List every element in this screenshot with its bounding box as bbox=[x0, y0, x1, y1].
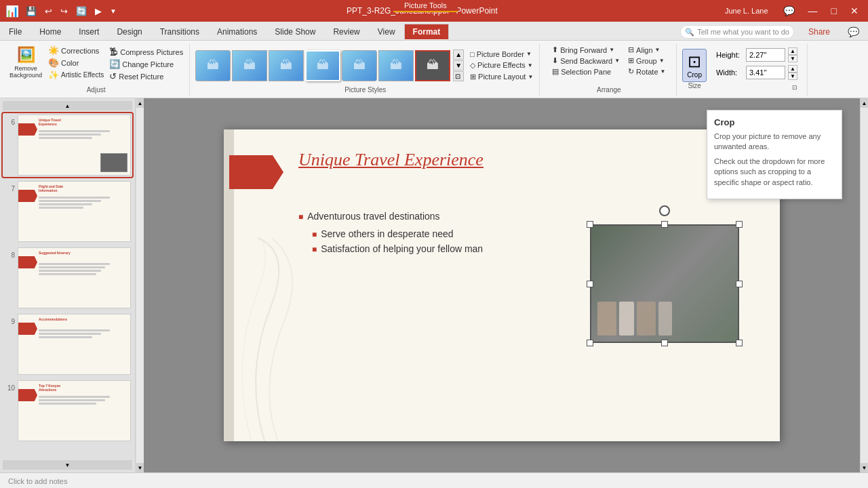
picture-effects-icon: ◇ bbox=[470, 61, 475, 70]
tab-view[interactable]: View bbox=[369, 24, 404, 40]
bring-forward-btn[interactable]: ⬆ Bring Forward ▼ bbox=[550, 45, 622, 55]
slide-8-arrow bbox=[18, 256, 37, 268]
reset-picture-btn[interactable]: ↺ Reset Picture bbox=[107, 70, 185, 82]
change-label: Change Picture bbox=[122, 60, 174, 68]
panel-scroll-down[interactable]: ▼ bbox=[3, 460, 132, 470]
style-thumb-5[interactable]: 🏔 bbox=[342, 50, 377, 81]
handle-tr[interactable] bbox=[736, 221, 743, 228]
slide-bullets: ■ Adventurous travel destinations ■ Serv… bbox=[298, 211, 483, 258]
slide-6-lines bbox=[39, 130, 127, 140]
slide-thumb-10[interactable]: 10 Top 7 KenyanAttractions bbox=[3, 379, 132, 443]
height-up[interactable]: ▲ bbox=[788, 47, 797, 55]
handle-tm[interactable] bbox=[661, 221, 668, 228]
adjust-group-label: Adjust bbox=[87, 86, 106, 95]
tab-review[interactable]: Review bbox=[324, 24, 368, 40]
style-thumb-1[interactable]: 🏔 bbox=[195, 50, 231, 81]
height-spinner[interactable]: ▲ ▼ bbox=[788, 47, 797, 62]
width-input[interactable] bbox=[746, 66, 785, 79]
slide-preview-8: Suggested Itinerary bbox=[18, 247, 131, 308]
selected-image-container[interactable] bbox=[590, 224, 739, 343]
corrections-btn[interactable]: ☀️ Corrections bbox=[46, 45, 106, 56]
present-btn[interactable]: ▶ bbox=[92, 5, 104, 18]
quick-access-toolbar: 💾 ↩ ↪ 🔄 ▶ ▼ bbox=[23, 5, 119, 18]
handle-mr[interactable] bbox=[736, 281, 743, 287]
send-backward-btn[interactable]: ⬇ Send Backward ▼ bbox=[550, 56, 622, 66]
align-btn[interactable]: ⊟ Align ▼ bbox=[626, 45, 667, 55]
rotate-handle[interactable] bbox=[659, 205, 670, 216]
tab-file[interactable]: File bbox=[0, 24, 31, 40]
tab-design[interactable]: Design bbox=[108, 24, 151, 40]
color-btn[interactable]: 🎨 Color bbox=[46, 57, 106, 68]
reload-btn[interactable]: 🔄 bbox=[73, 5, 90, 18]
style-thumb-2[interactable]: 🏔 bbox=[232, 50, 267, 81]
style-thumb-7-selected[interactable]: 🏔 bbox=[415, 50, 450, 81]
height-down[interactable]: ▼ bbox=[788, 55, 797, 62]
picture-effects-btn[interactable]: ◇ Picture Effects ▼ bbox=[468, 60, 535, 70]
handle-ml[interactable] bbox=[587, 281, 593, 287]
canvas-scroll-up[interactable]: ▲ bbox=[861, 98, 868, 108]
tab-format[interactable]: Format bbox=[404, 24, 450, 40]
compress-pictures-btn[interactable]: 🗜 Compress Pictures bbox=[107, 46, 185, 58]
width-spinner[interactable]: ▲ ▼ bbox=[788, 65, 797, 80]
width-down[interactable]: ▼ bbox=[788, 73, 797, 80]
width-label: Width: bbox=[716, 68, 743, 77]
panel-scroll-up[interactable]: ▲ bbox=[3, 101, 132, 110]
remove-bg-icon: 🖼️ bbox=[17, 46, 35, 64]
size-group-label: Size bbox=[688, 82, 701, 91]
slide-thumb-6[interactable]: 6 Unique TravelExperience bbox=[3, 113, 132, 177]
style-thumb-6[interactable]: 🏔 bbox=[378, 50, 414, 81]
height-input[interactable] bbox=[746, 48, 785, 62]
tab-animations[interactable]: Animations bbox=[208, 24, 266, 40]
slide-title[interactable]: Unique Travel Experience bbox=[298, 150, 484, 170]
crop-btn[interactable]: ⊡ Crop bbox=[682, 49, 707, 82]
style-thumb-3[interactable]: 🏔 bbox=[269, 50, 304, 81]
comments-btn[interactable]: 💬 bbox=[839, 24, 868, 40]
notes-bar[interactable]: Click to add notes bbox=[0, 472, 868, 488]
picture-layout-btn[interactable]: ⊞ Picture Layout ▼ bbox=[468, 72, 535, 82]
artistic-effects-btn[interactable]: ✨ Artistic Effects bbox=[46, 69, 106, 81]
slide-panel: ▲ 6 Unique TravelExperience 7 Flight and… bbox=[0, 98, 136, 472]
picture-border-btn[interactable]: □ Picture Border ▼ bbox=[468, 49, 535, 59]
change-picture-btn[interactable]: 🔄 Change Picture bbox=[107, 58, 185, 70]
handle-bl[interactable] bbox=[587, 340, 593, 346]
rotate-btn[interactable]: ↻ Rotate ▼ bbox=[626, 66, 667, 77]
selection-pane-btn[interactable]: ▤ Selection Pane bbox=[550, 66, 622, 77]
slide-thumb-9[interactable]: 9 Accommodations bbox=[3, 312, 132, 376]
minimize-btn[interactable]: — bbox=[804, 4, 822, 18]
tell-me-input[interactable]: 🔍 Tell me what you want to do bbox=[680, 25, 794, 39]
canvas-vscrollbar[interactable]: ▲ ▼ bbox=[860, 98, 868, 472]
slide-canvas[interactable]: Unique Travel Experience ■ Adventurous t… bbox=[224, 129, 780, 441]
reset-icon: ↺ bbox=[109, 71, 117, 81]
change-icon: 🔄 bbox=[109, 59, 120, 69]
slide-thumb-8[interactable]: 8 Suggested Itinerary bbox=[3, 246, 132, 310]
handle-br[interactable] bbox=[736, 340, 743, 346]
width-up[interactable]: ▲ bbox=[788, 65, 797, 73]
handle-bm[interactable] bbox=[661, 340, 668, 346]
more-btn[interactable]: ▼ bbox=[107, 6, 119, 16]
tab-slideshow[interactable]: Slide Show bbox=[266, 24, 324, 40]
undo-btn[interactable]: ↩ bbox=[42, 5, 55, 18]
redo-btn[interactable]: ↪ bbox=[58, 5, 71, 18]
scroll-down-btn[interactable]: ▼ bbox=[136, 463, 144, 472]
share-btn[interactable]: Share bbox=[800, 24, 839, 40]
comments-icon[interactable]: 💬 bbox=[779, 4, 799, 18]
group-btn[interactable]: ⊞ Group ▼ bbox=[626, 56, 667, 66]
slide-num-8: 8 bbox=[4, 251, 15, 259]
save-btn[interactable]: 💾 bbox=[23, 5, 39, 18]
tab-insert[interactable]: Insert bbox=[70, 24, 108, 40]
panel-scrollbar[interactable]: ▲ ▼ bbox=[136, 98, 144, 472]
scroll-track bbox=[136, 108, 144, 463]
scroll-up-btn[interactable]: ▲ bbox=[136, 98, 144, 108]
close-btn[interactable]: ✕ bbox=[846, 4, 863, 18]
styles-scroll[interactable]: ▲ ▼ ⊡ bbox=[453, 49, 464, 81]
slide-thumb-7[interactable]: 7 Flight and DateInformation bbox=[3, 180, 132, 243]
canvas-scroll-down[interactable]: ▼ bbox=[861, 463, 868, 472]
tab-home[interactable]: Home bbox=[31, 24, 70, 40]
maximize-btn[interactable]: □ bbox=[827, 4, 841, 18]
style-thumb-4[interactable]: 🏔 bbox=[305, 50, 340, 81]
remove-background-btn[interactable]: 🖼️ RemoveBackground bbox=[7, 45, 45, 80]
slide-decorative-curves bbox=[224, 238, 305, 441]
handle-tl[interactable] bbox=[587, 221, 593, 228]
tab-transitions[interactable]: Transitions bbox=[151, 24, 208, 40]
size-expand-btn[interactable]: ⊡ bbox=[792, 84, 797, 91]
